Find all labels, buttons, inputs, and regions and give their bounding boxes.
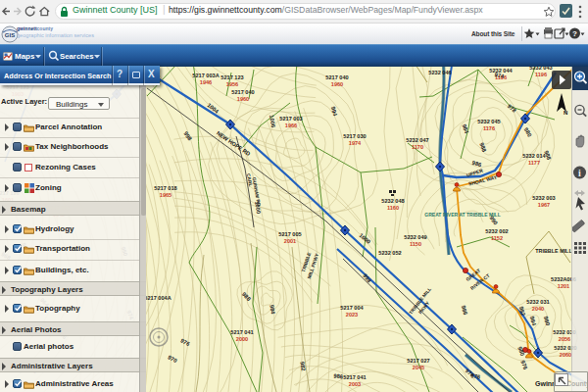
svg-text:1974: 1974: [349, 140, 362, 146]
svg-text:2000: 2000: [236, 336, 248, 342]
svg-text:1967: 1967: [538, 202, 550, 208]
svg-text:5232 002: 5232 002: [485, 228, 508, 234]
svg-text:GREAT RIVER AT TRIBBLE MILL: GREAT RIVER AT TRIBBLE MILL: [424, 212, 500, 218]
svg-text:2003: 2003: [349, 381, 361, 387]
svg-text:1960: 1960: [237, 96, 249, 102]
svg-text:1956: 1956: [226, 81, 238, 87]
svg-text:1946: 1946: [200, 79, 212, 85]
svg-text:5217 003: 5217 003: [279, 116, 302, 122]
svg-text:5232 045: 5232 045: [477, 119, 500, 124]
svg-text:?: ?: [572, 29, 577, 38]
svg-text:5217 027: 5217 027: [407, 358, 429, 364]
svg-text:1150: 1150: [410, 241, 421, 247]
svg-text:5217 041: 5217 041: [343, 374, 366, 380]
svg-text:N: N: [564, 110, 567, 116]
svg-text:1960: 1960: [331, 81, 343, 87]
svg-text:5232 014: 5232 014: [522, 153, 546, 159]
svg-text:5217 041: 5217 041: [230, 329, 253, 335]
svg-text:5232 049: 5232 049: [404, 234, 426, 240]
svg-text:5232 031: 5232 031: [526, 299, 549, 305]
svg-text:5232 047: 5232 047: [406, 137, 428, 143]
svg-text:2056: 2056: [559, 336, 570, 342]
svg-text:2001: 2001: [284, 238, 296, 244]
svg-text:1170: 1170: [412, 144, 423, 150]
svg-text:1966: 1966: [285, 122, 297, 128]
svg-text:5217 040: 5217 040: [325, 74, 348, 80]
svg-text:1965: 1965: [160, 192, 172, 198]
svg-text:GIS: GIS: [5, 32, 15, 38]
svg-text:5217 004A: 5217 004A: [144, 295, 171, 301]
svg-text:1201: 1201: [558, 283, 569, 289]
svg-text:1196: 1196: [535, 72, 547, 77]
svg-text:5217 005: 5217 005: [278, 231, 301, 237]
svg-text:5217 030: 5217 030: [343, 133, 366, 139]
svg-text:1176: 1176: [483, 125, 495, 131]
svg-text:5217 003A: 5217 003A: [192, 73, 219, 78]
svg-text:2040: 2040: [532, 306, 544, 312]
svg-text:2023: 2023: [346, 312, 358, 318]
svg-text:5232 048: 5232 048: [381, 198, 404, 204]
svg-text:TRIBBLE MILL: TRIBBLE MILL: [535, 248, 572, 254]
svg-text:i: i: [578, 168, 581, 178]
svg-text:5232 043: 5232 043: [529, 67, 552, 71]
svg-text:5232 003: 5232 003: [532, 195, 555, 201]
svg-text:5232 046: 5232 046: [428, 70, 451, 75]
svg-text:5217 040: 5217 040: [231, 89, 254, 95]
svg-text:1160: 1160: [387, 205, 399, 211]
svg-text:5217 018: 5217 018: [154, 185, 176, 191]
svg-text:5232 052: 5232 052: [378, 250, 401, 256]
svg-text:2045: 2045: [413, 365, 424, 370]
svg-text:5217 004: 5217 004: [340, 305, 364, 311]
svg-text:2060: 2060: [560, 352, 571, 358]
svg-text:1177: 1177: [528, 160, 540, 166]
svg-text:986: 986: [333, 373, 344, 380]
svg-text:1152: 1152: [491, 235, 503, 241]
svg-text:5217 123: 5217 123: [220, 74, 243, 80]
